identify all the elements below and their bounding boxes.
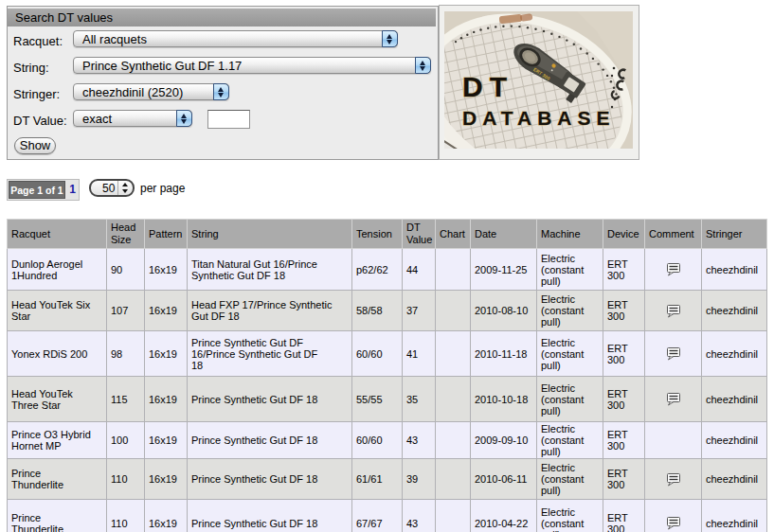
svg-text:DT: DT <box>462 71 513 102</box>
svg-text:DATABASE: DATABASE <box>462 107 616 129</box>
